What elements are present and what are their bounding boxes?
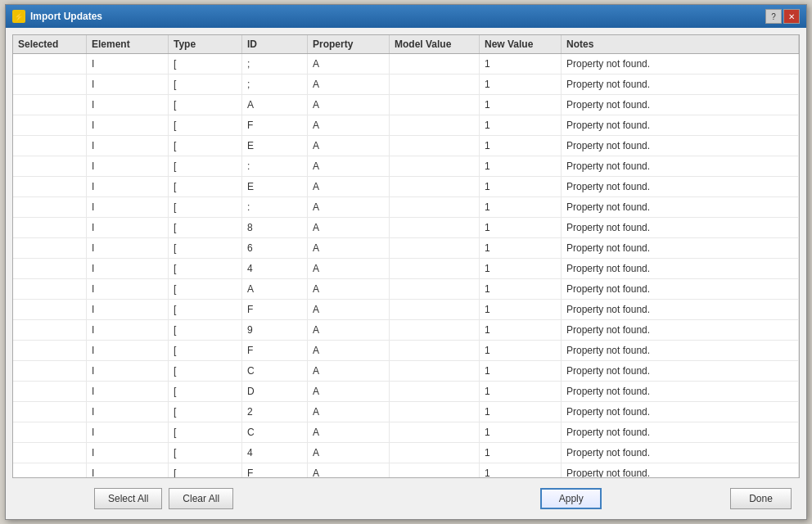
- table-cell: [390, 463, 480, 477]
- table-cell: A: [308, 259, 390, 278]
- title-bar: ⚡ Import Updates ? ✕: [6, 5, 806, 28]
- table-row[interactable]: I[4A1Property not found.: [13, 259, 799, 279]
- table-row[interactable]: I[2A1Property not found.: [13, 402, 799, 422]
- table-cell: :: [242, 156, 308, 176]
- table-row[interactable]: I[CA1Property not found.: [13, 422, 799, 443]
- table-row[interactable]: I[AA1Property not found.: [13, 279, 799, 300]
- table-row[interactable]: I[FA1Property not found.: [13, 463, 799, 477]
- table-cell: [390, 177, 480, 196]
- table-cell: A: [308, 463, 390, 477]
- table-cell: 1: [480, 177, 562, 196]
- table-cell: 1: [480, 75, 562, 94]
- import-updates-window: ⚡ Import Updates ? ✕ Selected Element Ty…: [5, 4, 807, 520]
- table-row[interactable]: I[8A1Property not found.: [13, 218, 799, 238]
- table-cell: Property not found.: [562, 382, 799, 401]
- table-cell: [13, 279, 87, 299]
- table-cell: I: [87, 320, 169, 340]
- table-cell: [: [169, 75, 242, 94]
- table-cell: Property not found.: [562, 156, 799, 176]
- table-cell: [390, 136, 480, 156]
- table-row[interactable]: I[;A1Property not found.: [13, 54, 799, 75]
- table-cell: 1: [480, 463, 562, 477]
- table-cell: [390, 443, 480, 463]
- table-cell: A: [242, 279, 308, 299]
- table-cell: A: [242, 95, 308, 115]
- table-cell: I: [87, 279, 169, 299]
- table-cell: [13, 402, 87, 422]
- table-cell: [390, 402, 480, 422]
- table-cell: [: [169, 443, 242, 463]
- table-cell: 1: [480, 279, 562, 299]
- table-row[interactable]: I[CA1Property not found.: [13, 361, 799, 382]
- table-cell: [390, 156, 480, 176]
- table-cell: [13, 443, 87, 463]
- table-cell: Property not found.: [562, 54, 799, 74]
- table-cell: C: [242, 422, 308, 442]
- table-cell: Property not found.: [562, 136, 799, 156]
- help-button[interactable]: ?: [765, 9, 782, 24]
- table-cell: E: [242, 177, 308, 196]
- table-row[interactable]: I[;A1Property not found.: [13, 75, 799, 95]
- table-cell: I: [87, 75, 169, 94]
- table-cell: [13, 382, 87, 401]
- table-cell: Property not found.: [562, 279, 799, 299]
- table-cell: [13, 238, 87, 258]
- table-row[interactable]: I[:A1Property not found.: [13, 156, 799, 177]
- table-cell: 2: [242, 402, 308, 422]
- table-cell: [13, 300, 87, 319]
- done-button[interactable]: Done: [730, 488, 792, 509]
- table-row[interactable]: I[4A1Property not found.: [13, 443, 799, 463]
- table-cell: A: [308, 279, 390, 299]
- table-row[interactable]: I[EA1Property not found.: [13, 136, 799, 156]
- table-cell: A: [308, 177, 390, 196]
- table-cell: I: [87, 300, 169, 319]
- table-row[interactable]: I[DA1Property not found.: [13, 382, 799, 402]
- apply-button[interactable]: Apply: [540, 488, 602, 509]
- table-cell: [: [169, 402, 242, 422]
- close-button[interactable]: ✕: [783, 9, 800, 24]
- table-cell: A: [308, 197, 390, 217]
- table-cell: A: [308, 218, 390, 237]
- table-cell: 1: [480, 95, 562, 115]
- table-row[interactable]: I[FA1Property not found.: [13, 300, 799, 320]
- bottom-right-buttons: Done: [730, 488, 800, 509]
- table-row[interactable]: I[9A1Property not found.: [13, 320, 799, 341]
- table-row[interactable]: I[FA1Property not found.: [13, 115, 799, 136]
- table-cell: [390, 95, 480, 115]
- table-row[interactable]: I[6A1Property not found.: [13, 238, 799, 259]
- bottom-center-buttons: Apply: [413, 488, 731, 509]
- select-all-button[interactable]: Select All: [94, 488, 162, 509]
- table-cell: 1: [480, 259, 562, 278]
- table-cell: I: [87, 136, 169, 156]
- table-cell: [13, 341, 87, 360]
- table-cell: [390, 382, 480, 401]
- table-cell: E: [242, 136, 308, 156]
- table-cell: [13, 197, 87, 217]
- table-row[interactable]: I[AA1Property not found.: [13, 95, 799, 115]
- table-cell: A: [308, 156, 390, 176]
- table-cell: 1: [480, 320, 562, 340]
- table-row[interactable]: I[EA1Property not found.: [13, 177, 799, 197]
- table-cell: 1: [480, 382, 562, 401]
- table-cell: [: [169, 320, 242, 340]
- col-new-value: New Value: [480, 35, 562, 53]
- table-cell: 4: [242, 259, 308, 278]
- table-cell: [13, 259, 87, 278]
- table-cell: [: [169, 54, 242, 74]
- table-cell: [: [169, 422, 242, 442]
- table-cell: [: [169, 382, 242, 401]
- table-cell: 1: [480, 136, 562, 156]
- table-cell: [13, 218, 87, 237]
- table-row[interactable]: I[FA1Property not found.: [13, 341, 799, 361]
- clear-all-button[interactable]: Clear All: [169, 488, 233, 509]
- table-cell: 1: [480, 218, 562, 237]
- table-cell: Property not found.: [562, 300, 799, 319]
- table-cell: A: [308, 300, 390, 319]
- table-cell: I: [87, 115, 169, 135]
- table-cell: F: [242, 341, 308, 360]
- table-row[interactable]: I[:A1Property not found.: [13, 197, 799, 218]
- table-cell: [: [169, 115, 242, 135]
- table-body[interactable]: I[;A1Property not found.I[;A1Property no…: [13, 54, 799, 477]
- table-cell: Property not found.: [562, 443, 799, 463]
- table-cell: [13, 75, 87, 94]
